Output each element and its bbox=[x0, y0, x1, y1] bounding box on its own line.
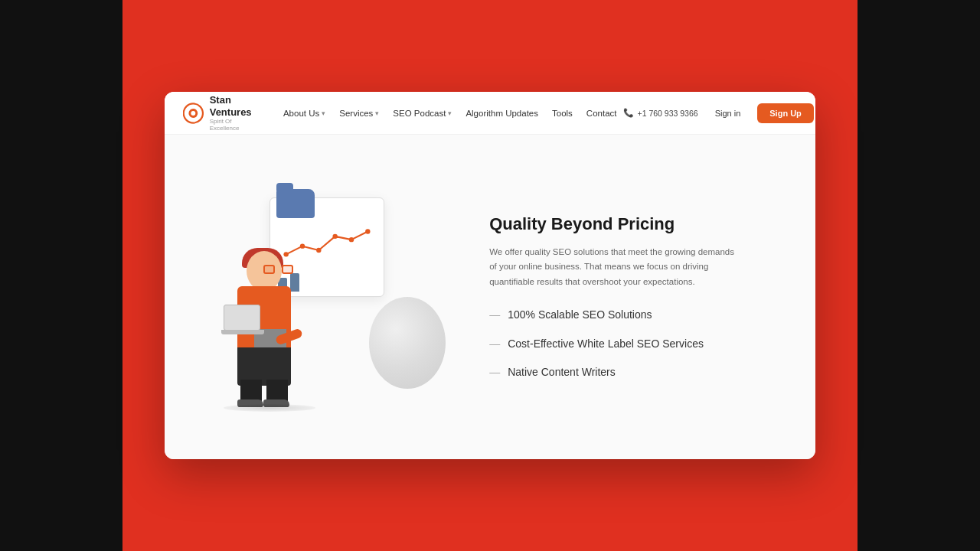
feature-text-1: 100% Scalable SEO Solutions bbox=[508, 308, 652, 323]
svg-point-7 bbox=[349, 237, 354, 242]
chevron-down-icon: ▾ bbox=[375, 109, 379, 117]
glasses-left bbox=[263, 265, 275, 274]
svg-point-5 bbox=[316, 248, 321, 253]
feature-dash-icon: — bbox=[489, 337, 500, 350]
nav-right: 📞 +1 760 933 9366 Sign in Sign Up bbox=[623, 103, 814, 123]
signup-button[interactable]: Sign Up bbox=[757, 103, 814, 123]
svg-point-6 bbox=[333, 234, 338, 239]
nav-algorithm-updates[interactable]: Algorithm Updates bbox=[459, 104, 544, 122]
glasses-right bbox=[282, 265, 293, 274]
right-content: Quality Beyond Pricing We offer quality … bbox=[466, 214, 785, 380]
logo-area[interactable]: Stan Ventures Spirit Of Excellence bbox=[183, 94, 259, 132]
folder-icon bbox=[276, 189, 315, 218]
nav-tools[interactable]: Tools bbox=[546, 104, 579, 122]
char-laptop bbox=[224, 305, 260, 331]
logo-tagline: Spirit Of Excellence bbox=[210, 118, 259, 132]
signin-button[interactable]: Sign in bbox=[706, 105, 750, 122]
section-description: We offer quality SEO solutions that meet… bbox=[489, 245, 734, 290]
feature-item-2: — Cost-Effective White Label SEO Service… bbox=[489, 337, 785, 352]
char-glasses bbox=[263, 263, 294, 272]
feature-text-2: Cost-Effective White Label SEO Services bbox=[508, 337, 704, 352]
section-title: Quality Beyond Pricing bbox=[489, 214, 785, 236]
feature-text-3: Native Content Writers bbox=[508, 365, 616, 380]
char-shadow bbox=[224, 404, 315, 412]
svg-point-2 bbox=[191, 111, 195, 116]
globe-sphere bbox=[369, 297, 446, 389]
feature-item-3: — Native Content Writers bbox=[489, 365, 785, 380]
illustration-scene bbox=[224, 182, 438, 412]
chevron-down-icon: ▾ bbox=[448, 109, 452, 117]
logo-icon bbox=[183, 99, 204, 127]
svg-point-8 bbox=[365, 229, 370, 233]
svg-point-4 bbox=[300, 243, 305, 248]
browser-window: Stan Ventures Spirit Of Excellence About… bbox=[165, 92, 815, 459]
illustration-area bbox=[195, 150, 466, 444]
feature-dash-icon: — bbox=[489, 308, 500, 321]
chevron-down-icon: ▾ bbox=[322, 109, 325, 117]
feature-dash-icon: — bbox=[489, 366, 500, 378]
phone-area: 📞 +1 760 933 9366 bbox=[623, 108, 698, 118]
nav-seo-podcast[interactable]: SEO Podcast ▾ bbox=[387, 104, 458, 122]
character-figure bbox=[231, 251, 300, 404]
main-content: Quality Beyond Pricing We offer quality … bbox=[165, 135, 815, 459]
navbar: Stan Ventures Spirit Of Excellence About… bbox=[165, 92, 815, 135]
nav-about-us[interactable]: About Us ▾ bbox=[277, 104, 332, 122]
nav-services[interactable]: Services ▾ bbox=[333, 104, 385, 122]
nav-contact[interactable]: Contact bbox=[580, 104, 623, 122]
feature-item-1: — 100% Scalable SEO Solutions bbox=[489, 308, 785, 323]
feature-list: — 100% Scalable SEO Solutions — Cost-Eff… bbox=[489, 308, 785, 380]
phone-number: +1 760 933 9366 bbox=[638, 109, 698, 118]
phone-icon: 📞 bbox=[623, 108, 634, 118]
logo-name: Stan Ventures bbox=[210, 94, 259, 118]
char-head bbox=[247, 251, 282, 291]
nav-links: About Us ▾ Services ▾ SEO Podcast ▾ Algo… bbox=[277, 104, 623, 122]
